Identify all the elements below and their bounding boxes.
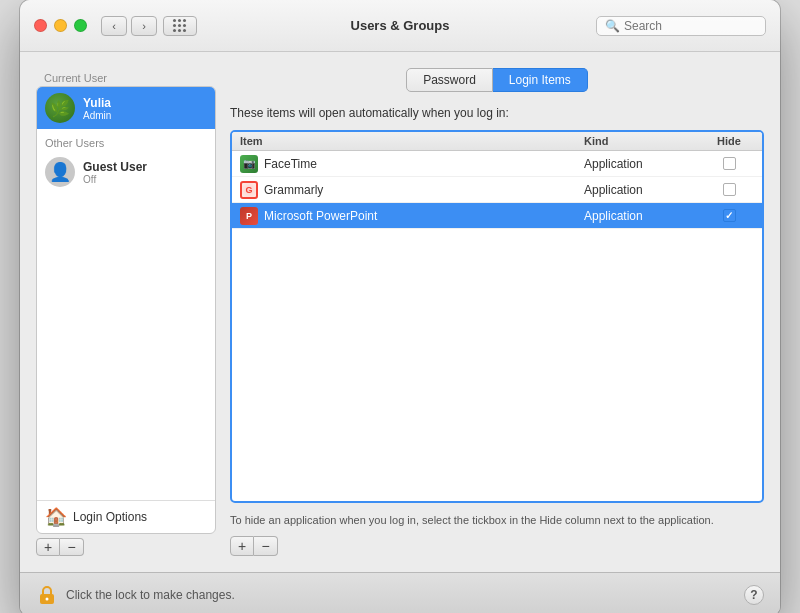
description-text: These items will open automatically when… bbox=[230, 106, 764, 120]
guest-status: Off bbox=[83, 174, 147, 185]
add-user-button[interactable]: + bbox=[36, 538, 60, 556]
avatar-yulia: 🌿 bbox=[45, 93, 75, 123]
grammarly-hide bbox=[704, 183, 754, 196]
help-button[interactable]: ? bbox=[744, 585, 764, 605]
table-empty-area bbox=[232, 229, 762, 349]
remove-user-button[interactable]: − bbox=[60, 538, 84, 556]
search-input[interactable] bbox=[624, 19, 757, 33]
nav-buttons: ‹ › bbox=[101, 16, 157, 36]
facetime-hide bbox=[704, 157, 754, 170]
facetime-cell: 📷 FaceTime bbox=[240, 155, 584, 173]
other-users-label: Other Users bbox=[37, 129, 215, 151]
powerpoint-kind: Application bbox=[584, 209, 704, 223]
table-header: Item Kind Hide bbox=[232, 132, 762, 151]
remove-item-button[interactable]: − bbox=[254, 536, 278, 556]
guest-name: Guest User bbox=[83, 160, 147, 174]
grid-button[interactable] bbox=[163, 16, 197, 36]
sidebar-item-guest[interactable]: 👤 Guest User Off bbox=[37, 151, 215, 193]
grammarly-name: Grammarly bbox=[264, 183, 323, 197]
login-options-label: Login Options bbox=[73, 510, 147, 524]
traffic-lights bbox=[34, 19, 87, 32]
col-hide-header: Hide bbox=[704, 135, 754, 147]
grammarly-checkbox[interactable] bbox=[723, 183, 736, 196]
add-item-button[interactable]: + bbox=[230, 536, 254, 556]
user-list: 🌿 Yulia Admin Other Users 👤 Guest User bbox=[36, 86, 216, 534]
powerpoint-checkbox[interactable] bbox=[723, 209, 736, 222]
sidebar-add-remove: + − bbox=[36, 538, 216, 556]
login-options-icon: 🏠 bbox=[45, 506, 67, 528]
facetime-kind: Application bbox=[584, 157, 704, 171]
tab-password[interactable]: Password bbox=[406, 68, 493, 92]
search-icon: 🔍 bbox=[605, 19, 620, 33]
powerpoint-hide bbox=[704, 209, 754, 222]
sidebar-item-yulia[interactable]: 🌿 Yulia Admin bbox=[37, 87, 215, 129]
bottom-add-remove: + − bbox=[230, 536, 764, 556]
minimize-button[interactable] bbox=[54, 19, 67, 32]
window-title: Users & Groups bbox=[351, 18, 450, 33]
sidebar: Current User 🌿 Yulia Admin Other Users bbox=[36, 68, 216, 556]
yulia-info: Yulia Admin bbox=[83, 96, 111, 121]
col-kind-header: Kind bbox=[584, 135, 704, 147]
yulia-name: Yulia bbox=[83, 96, 111, 110]
main-panel: Password Login Items These items will op… bbox=[230, 68, 764, 556]
powerpoint-icon: P bbox=[240, 207, 258, 225]
facetime-icon: 📷 bbox=[240, 155, 258, 173]
grammarly-cell: G Grammarly bbox=[240, 181, 584, 199]
yulia-role: Admin bbox=[83, 110, 111, 121]
grid-icon bbox=[173, 19, 187, 33]
current-user-label: Current User bbox=[36, 68, 216, 86]
items-table: Item Kind Hide 📷 FaceTime Application bbox=[230, 130, 764, 503]
facetime-checkbox[interactable] bbox=[723, 157, 736, 170]
col-item-header: Item bbox=[240, 135, 584, 147]
window: ‹ › Users & Groups 🔍 Current User 🌿 bbox=[20, 0, 780, 613]
table-row[interactable]: P Microsoft PowerPoint Application bbox=[232, 203, 762, 229]
facetime-name: FaceTime bbox=[264, 157, 317, 171]
content-area: Current User 🌿 Yulia Admin Other Users bbox=[20, 52, 780, 572]
guest-info: Guest User Off bbox=[83, 160, 147, 185]
table-row[interactable]: 📷 FaceTime Application bbox=[232, 151, 762, 177]
tab-login-items[interactable]: Login Items bbox=[493, 68, 588, 92]
login-options-button[interactable]: 🏠 Login Options bbox=[37, 500, 215, 533]
svg-point-1 bbox=[46, 597, 49, 600]
grammarly-icon: G bbox=[240, 181, 258, 199]
back-button[interactable]: ‹ bbox=[101, 16, 127, 36]
close-button[interactable] bbox=[34, 19, 47, 32]
footer: Click the lock to make changes. ? bbox=[20, 572, 780, 613]
hint-text: To hide an application when you log in, … bbox=[230, 513, 764, 528]
avatar-guest: 👤 bbox=[45, 157, 75, 187]
footer-lock-text: Click the lock to make changes. bbox=[66, 588, 235, 602]
table-body: 📷 FaceTime Application G Grammarly bbox=[232, 151, 762, 349]
titlebar: ‹ › Users & Groups 🔍 bbox=[20, 0, 780, 52]
powerpoint-cell: P Microsoft PowerPoint bbox=[240, 207, 584, 225]
maximize-button[interactable] bbox=[74, 19, 87, 32]
tabs-row: Password Login Items bbox=[230, 68, 764, 92]
grammarly-kind: Application bbox=[584, 183, 704, 197]
powerpoint-name: Microsoft PowerPoint bbox=[264, 209, 377, 223]
table-row[interactable]: G Grammarly Application bbox=[232, 177, 762, 203]
lock-icon[interactable] bbox=[36, 584, 58, 606]
forward-button[interactable]: › bbox=[131, 16, 157, 36]
search-box[interactable]: 🔍 bbox=[596, 16, 766, 36]
